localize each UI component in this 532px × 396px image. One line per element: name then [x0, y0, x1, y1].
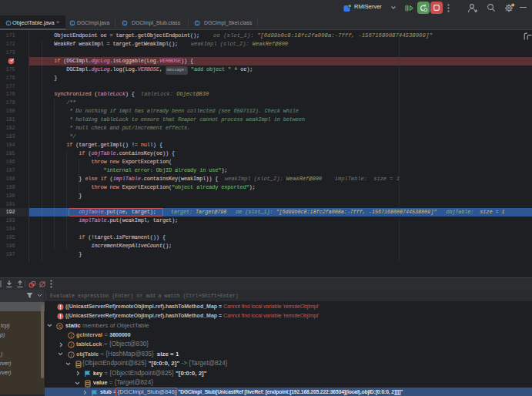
svg-text:C: C — [7, 21, 10, 25]
svg-text:f: f — [71, 334, 73, 338]
svg-text:C: C — [196, 21, 199, 25]
svg-text:C: C — [123, 21, 126, 25]
svg-text:f: f — [71, 353, 73, 357]
svg-text:f: f — [71, 343, 73, 347]
svg-text:C: C — [71, 21, 74, 25]
svg-text:S: S — [59, 324, 62, 328]
